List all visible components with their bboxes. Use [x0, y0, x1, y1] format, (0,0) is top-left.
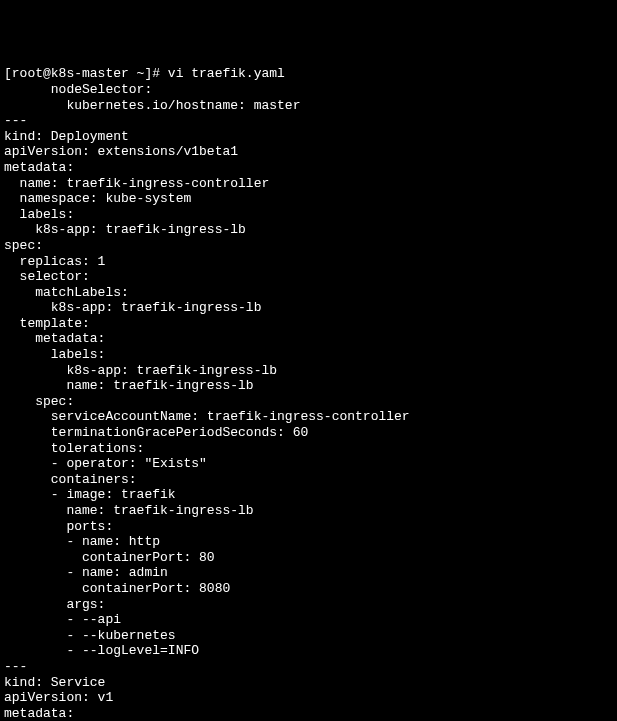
prompt-line: [root@k8s-master ~]# vi traefik.yaml — [4, 66, 285, 81]
terminal[interactable]: [root@k8s-master ~]# vi traefik.yaml nod… — [4, 66, 613, 721]
file-content: nodeSelector: kubernetes.io/hostname: ma… — [4, 82, 410, 721]
